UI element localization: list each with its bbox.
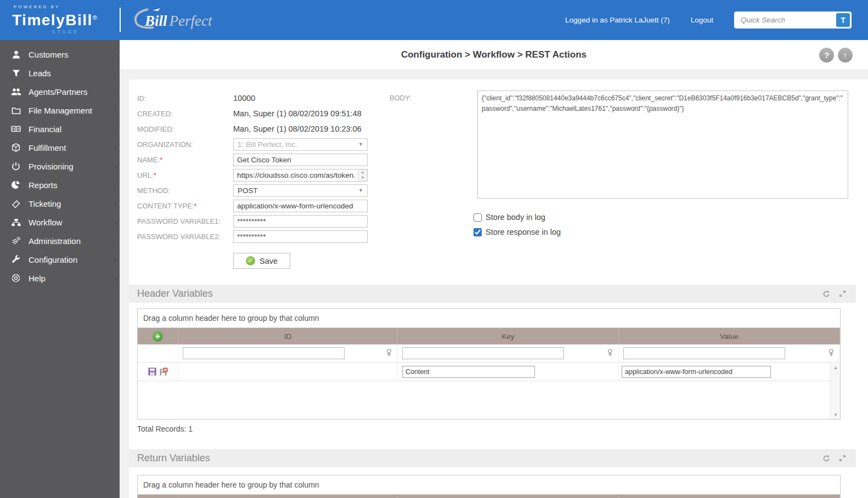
organization-label: ORGANIZATION: <box>137 140 233 149</box>
id-filter-input[interactable] <box>183 347 345 359</box>
filter-pin-icon[interactable] <box>386 349 392 357</box>
password-variable1-label: PASSWORD VARIABLE1: <box>137 217 233 225</box>
name-label: NAME: <box>137 156 160 164</box>
sidebar-item-agents-partners[interactable]: Agents/Partners › <box>0 82 120 101</box>
expand-icon[interactable] <box>839 290 846 297</box>
password-variable2-input[interactable] <box>233 230 368 243</box>
cancel-row-icon[interactable] <box>160 367 168 376</box>
sitemap-icon <box>10 217 22 227</box>
gears-icon <box>10 236 22 246</box>
sidebar-item-fulfillment[interactable]: Fulfillment › <box>0 138 120 157</box>
row-key-input[interactable] <box>402 366 535 378</box>
chevron-right-icon: › <box>114 162 116 171</box>
chevron-right-icon: › <box>114 200 116 208</box>
sidebar-item-workflow[interactable]: Workflow › <box>0 213 120 231</box>
sidebar-item-help[interactable]: Help › <box>0 269 120 287</box>
store-response-checkbox[interactable] <box>474 228 482 236</box>
chevron-right-icon: › <box>114 69 116 77</box>
sidebar-item-administration[interactable]: Administration › <box>0 231 120 250</box>
environment-label: STAGE <box>12 29 98 35</box>
column-header-id[interactable]: ID <box>178 328 398 344</box>
url-combobox: ▲ ▼ <box>233 169 368 182</box>
sidebar-item-financial[interactable]: Financial › <box>0 120 120 138</box>
sidebar-item-file-management[interactable]: File Management › <box>0 101 120 120</box>
chevron-right-icon: › <box>114 50 116 59</box>
organization-select[interactable]: 1; Bill Perfect, Inc. ▼ <box>233 138 368 151</box>
grid-header-row: ID Key Value <box>138 328 840 344</box>
scroll-down-icon[interactable]: ▼ <box>831 410 841 419</box>
quick-search-input[interactable] <box>740 15 833 25</box>
table-row <box>138 363 840 381</box>
filter-icon <box>10 68 22 78</box>
save-button[interactable]: ✓ Save <box>233 253 290 269</box>
chevron-down-icon: ▼ <box>358 188 363 193</box>
power-icon <box>10 161 22 171</box>
logout-link[interactable]: Logout <box>691 16 713 24</box>
pie-chart-icon <box>10 180 22 190</box>
sidebar-item-label: Ticketing <box>29 199 61 208</box>
modified-value: Man, Super (1) 08/02/2019 10:23:06 <box>233 125 362 133</box>
refresh-icon[interactable] <box>822 290 830 298</box>
column-header-key[interactable]: Key <box>398 328 619 344</box>
sidebar-item-configuration[interactable]: Configuration › <box>0 250 120 269</box>
filter-pin-icon[interactable] <box>607 349 613 357</box>
chevron-right-icon: › <box>114 144 116 152</box>
refresh-icon[interactable] <box>822 455 830 462</box>
search-button[interactable]: T <box>836 13 850 27</box>
password-variable1-input[interactable] <box>233 215 368 228</box>
value-filter-input[interactable] <box>623 347 785 359</box>
sidebar-item-leads[interactable]: Leads › <box>0 64 120 82</box>
box-icon <box>10 143 22 152</box>
wrench-icon <box>10 254 22 264</box>
group-panel[interactable]: Drag a column header here to group by th… <box>138 309 840 328</box>
filter-pin-icon[interactable] <box>828 349 834 357</box>
users-icon <box>10 87 22 97</box>
spin-up-icon[interactable]: ▲ <box>358 169 367 176</box>
expand-icon[interactable] <box>839 455 846 462</box>
chevron-right-icon: › <box>114 256 116 264</box>
rest-action-form: ID: 10000 CREATED: Man, Super (1) 08/02/… <box>137 90 379 269</box>
help-button[interactable]: ? <box>819 48 834 63</box>
id-value: 10000 <box>233 94 255 103</box>
partner-perfect-text: Perfect <box>170 13 212 30</box>
content-type-label: CONTENT TYPE: <box>137 202 194 210</box>
sidebar-item-label: Provisioning <box>29 162 74 171</box>
key-filter-input[interactable] <box>402 347 564 359</box>
total-records: Total Records: 1 <box>137 425 193 433</box>
method-value: POST <box>238 186 258 195</box>
vertical-scrollbar[interactable]: ▲ ▼ <box>830 363 840 419</box>
chevron-right-icon: › <box>114 218 116 227</box>
logo-divider <box>120 8 121 32</box>
id-label: ID: <box>137 94 233 103</box>
content-type-input[interactable] <box>233 200 368 212</box>
url-spinner: ▲ ▼ <box>358 169 367 181</box>
row-value-input[interactable] <box>622 366 771 378</box>
sidebar-item-ticketing[interactable]: Ticketing › <box>0 194 120 213</box>
save-row-icon[interactable] <box>148 367 156 376</box>
body-textarea[interactable]: {"client_id":"f32f8805081440e3a9444b7c6c… <box>477 90 848 199</box>
breadcrumb-bar: Configuration > Workflow > REST Actions … <box>120 40 868 70</box>
check-icon: ✓ <box>246 256 255 265</box>
url-input[interactable] <box>233 169 368 182</box>
store-body-label: Store body in log <box>486 213 545 222</box>
store-body-checkbox[interactable] <box>474 213 482 222</box>
sidebar-item-customers[interactable]: Customers › <box>0 45 120 64</box>
sidebar-item-label: Workflow <box>29 218 62 227</box>
required-marker: * <box>160 156 162 164</box>
add-row-button[interactable] <box>153 331 163 342</box>
password-variable2-label: PASSWORD VARIABLE2: <box>137 233 233 241</box>
sidebar-item-label: File Management <box>29 106 92 115</box>
method-select[interactable]: POST ▼ <box>233 184 368 197</box>
ticket-icon <box>10 199 22 208</box>
name-input[interactable] <box>233 154 368 166</box>
column-header-value[interactable]: Value <box>619 328 840 344</box>
scroll-up-icon[interactable]: ▲ <box>831 363 841 372</box>
scroll-top-button[interactable]: ↑ <box>838 48 853 63</box>
group-panel[interactable]: Drag a column header here to group by th… <box>138 476 840 495</box>
chevron-right-icon: › <box>114 125 116 133</box>
sidebar-item-provisioning[interactable]: Provisioning › <box>0 157 120 176</box>
sidebar-item-reports[interactable]: Reports › <box>0 176 120 194</box>
grid-header-row <box>138 495 840 498</box>
spin-down-icon[interactable]: ▼ <box>358 175 367 181</box>
store-response-option: Store response in log <box>474 228 561 236</box>
